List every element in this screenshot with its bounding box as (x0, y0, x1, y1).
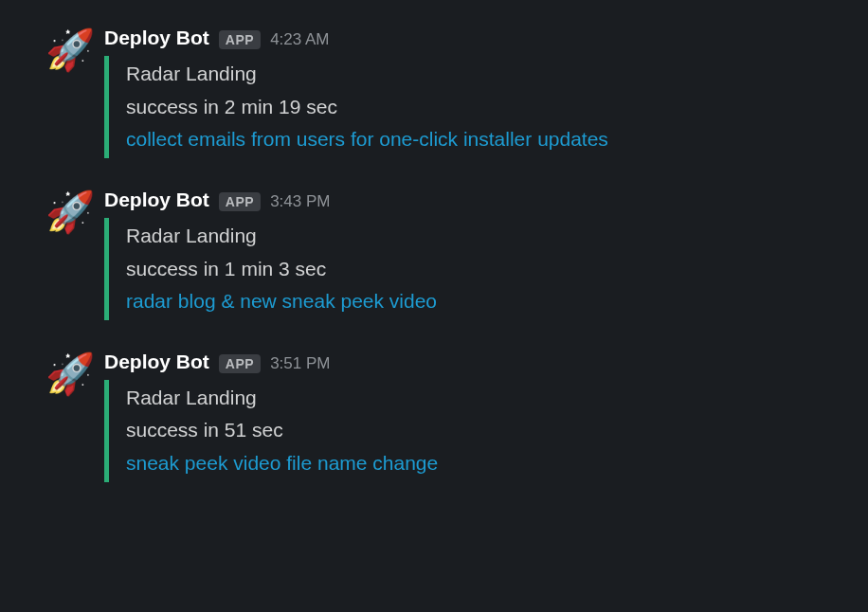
attachment-link[interactable]: radar blog & new sneak peek video (126, 285, 823, 318)
attachment-link[interactable]: sneak peek video file name change (126, 447, 823, 480)
attachment-link[interactable]: collect emails from users for one-click … (126, 123, 823, 156)
message-header: Deploy Bot APP 4:23 AM (104, 27, 823, 49)
app-badge: APP (219, 354, 261, 373)
message: 🚀 Deploy Bot APP 3:51 PM Radar Landing s… (45, 351, 823, 482)
attachment-status: success in 51 sec (126, 414, 823, 447)
sender-name[interactable]: Deploy Bot (104, 189, 209, 211)
attachment-title: Radar Landing (126, 58, 823, 91)
rocket-icon: 🚀 (45, 351, 95, 396)
attachment: Radar Landing success in 51 sec sneak pe… (104, 380, 823, 482)
attachment: Radar Landing success in 1 min 3 sec rad… (104, 218, 823, 320)
attachment-status: success in 2 min 19 sec (126, 91, 823, 124)
avatar[interactable]: 🚀 (45, 30, 91, 76)
sender-name[interactable]: Deploy Bot (104, 351, 209, 373)
message: 🚀 Deploy Bot APP 3:43 PM Radar Landing s… (45, 189, 823, 320)
rocket-icon: 🚀 (45, 189, 95, 234)
message-content: Deploy Bot APP 3:43 PM Radar Landing suc… (104, 189, 823, 320)
message-header: Deploy Bot APP 3:51 PM (104, 351, 823, 373)
avatar[interactable]: 🚀 (45, 192, 91, 238)
attachment-title: Radar Landing (126, 220, 823, 253)
message-content: Deploy Bot APP 3:51 PM Radar Landing suc… (104, 351, 823, 482)
app-badge: APP (219, 192, 261, 211)
message: 🚀 Deploy Bot APP 4:23 AM Radar Landing s… (45, 27, 823, 158)
timestamp[interactable]: 4:23 AM (270, 30, 329, 49)
timestamp[interactable]: 3:43 PM (270, 192, 330, 211)
sender-name[interactable]: Deploy Bot (104, 27, 209, 49)
attachment: Radar Landing success in 2 min 19 sec co… (104, 56, 823, 158)
message-header: Deploy Bot APP 3:43 PM (104, 189, 823, 211)
timestamp[interactable]: 3:51 PM (270, 354, 330, 373)
app-badge: APP (219, 30, 261, 49)
attachment-title: Radar Landing (126, 382, 823, 415)
avatar[interactable]: 🚀 (45, 354, 91, 400)
message-content: Deploy Bot APP 4:23 AM Radar Landing suc… (104, 27, 823, 158)
rocket-icon: 🚀 (45, 27, 95, 72)
attachment-status: success in 1 min 3 sec (126, 253, 823, 286)
